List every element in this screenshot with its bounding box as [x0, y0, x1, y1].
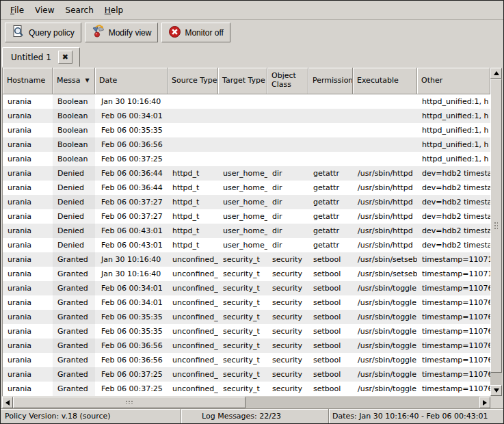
scroll-up-button[interactable] — [490, 68, 502, 79]
table-row[interactable]: urania Boolean Feb 06 00:36:56 httpd_uni… — [3, 137, 490, 152]
table-row[interactable]: urania Granted Feb 06 00:34:01 unconfine… — [3, 295, 490, 310]
column-header-hostname[interactable]: Hostname — [3, 68, 53, 94]
cell-source-type: unconfined_ — [168, 252, 218, 267]
menu-file[interactable]: File — [5, 3, 29, 17]
table-body: urania Boolean Jan 30 10:16:40 httpd_uni… — [3, 94, 490, 396]
cell-hostname: urania — [3, 295, 53, 310]
cell-executable — [353, 137, 417, 152]
table-row[interactable]: urania Granted Feb 06 00:35:35 unconfine… — [3, 324, 490, 339]
cell-date: Feb 06 00:35:35 — [95, 123, 168, 137]
table-row[interactable]: urania Granted Feb 06 00:35:35 unconfine… — [3, 310, 490, 324]
table-row[interactable]: urania Denied Feb 06 00:43:01 httpd_t us… — [3, 224, 490, 238]
cell-other: dev=hdb2 timesta — [417, 238, 490, 252]
table-row[interactable]: urania Granted Feb 06 00:34:01 unconfine… — [3, 281, 490, 295]
query-policy-icon — [12, 25, 25, 40]
column-header-message[interactable]: Messa▼ — [53, 68, 95, 94]
table-row[interactable]: urania Denied Feb 06 00:36:44 httpd_t us… — [3, 166, 490, 181]
cell-executable: /usr/sbin/toggle — [353, 382, 417, 396]
cell-message: Boolean — [53, 137, 95, 152]
tab-close-button[interactable]: ✖ — [58, 51, 72, 64]
cell-target-type: user_home_ — [218, 181, 267, 195]
cell-date: Feb 06 00:36:44 — [95, 166, 168, 181]
cell-message: Granted — [53, 382, 95, 396]
table-row[interactable]: urania Granted Jan 30 10:16:40 unconfine… — [3, 267, 490, 281]
tab-untitled-1[interactable]: Untitled 1 ✖ — [2, 47, 80, 67]
cell-source-type: httpd_t — [168, 209, 218, 224]
table-row[interactable]: urania Boolean Jan 30 10:16:40 httpd_uni… — [3, 94, 490, 109]
cell-permission — [308, 137, 353, 152]
menu-search[interactable]: Search — [60, 3, 99, 17]
cell-executable: /usr/sbin/toggle — [353, 281, 417, 295]
cell-executable: /usr/sbin/toggle — [353, 295, 417, 310]
table-row[interactable]: urania Denied Feb 06 00:37:27 httpd_t us… — [3, 209, 490, 224]
cell-target-type: security_t — [218, 281, 267, 295]
cell-source-type: httpd_t — [168, 195, 218, 209]
monitor-off-button[interactable]: Monitor off — [161, 23, 230, 42]
cell-other: timestamp=11071 — [417, 252, 490, 267]
cell-permission: getattr — [308, 181, 353, 195]
horizontal-scrollbar-thumb[interactable] — [13, 397, 246, 408]
column-header-other[interactable]: Other — [417, 68, 490, 94]
table-row[interactable]: urania Granted Jan 30 10:16:40 unconfine… — [3, 252, 490, 267]
cell-source-type: httpd_t — [168, 224, 218, 238]
table-row[interactable]: urania Boolean Feb 06 00:35:35 httpd_uni… — [3, 123, 490, 137]
cell-message: Granted — [53, 353, 95, 367]
arrow-right-icon — [483, 400, 487, 406]
cell-permission: getattr — [308, 195, 353, 209]
modify-view-button[interactable]: Modify view — [85, 23, 159, 42]
cell-date: Feb 06 00:34:01 — [95, 281, 168, 295]
cell-permission: getattr — [308, 166, 353, 181]
cell-date: Jan 30 10:16:40 — [95, 267, 168, 281]
cell-object-class: dir — [267, 166, 308, 181]
column-header-object-class[interactable]: Object Class — [267, 68, 308, 94]
toolbar: Query policy Modify view — [1, 20, 503, 45]
column-header-date[interactable]: Date — [95, 68, 168, 94]
cell-permission: setbool — [308, 252, 353, 267]
cell-executable: /usr/sbin/httpd — [353, 166, 417, 181]
vertical-scrollbar-thumb[interactable] — [490, 79, 502, 373]
column-header-executable[interactable]: Executable — [353, 68, 417, 94]
table-row[interactable]: urania Denied Feb 06 00:43:01 httpd_t us… — [3, 238, 490, 252]
menu-help[interactable]: Help — [99, 3, 129, 17]
cell-object-class — [267, 94, 308, 109]
tab-label: Untitled 1 — [11, 53, 51, 62]
cell-executable — [353, 152, 417, 166]
cell-other: httpd_unified:1, h — [417, 123, 490, 137]
column-header-source-type[interactable]: Source Type — [168, 68, 218, 94]
cell-executable: /usr/sbin/setseb — [353, 252, 417, 267]
table-row[interactable]: urania Boolean Feb 06 00:34:01 httpd_uni… — [3, 109, 490, 123]
query-policy-label: Query policy — [29, 28, 75, 38]
scroll-left-button[interactable] — [2, 397, 13, 408]
column-header-target-type[interactable]: Target Type — [218, 68, 267, 94]
log-table: Hostname Messa▼ Date Source Type Target … — [2, 68, 490, 396]
table-row[interactable]: urania Granted Feb 06 00:36:56 unconfine… — [3, 339, 490, 353]
cell-permission: setbool — [308, 324, 353, 339]
table-row[interactable]: urania Boolean Feb 06 00:37:25 httpd_uni… — [3, 152, 490, 166]
cell-date: Feb 06 00:37:25 — [95, 382, 168, 396]
cell-permission — [308, 123, 353, 137]
table-row[interactable]: urania Denied Feb 06 00:37:27 httpd_t us… — [3, 195, 490, 209]
table-row[interactable]: urania Denied Feb 06 00:36:44 httpd_t us… — [3, 181, 490, 195]
column-header-permission[interactable]: Permission — [308, 68, 353, 94]
query-policy-button[interactable]: Query policy — [5, 23, 81, 42]
table-row[interactable]: urania Granted Feb 06 00:37:25 unconfine… — [3, 382, 490, 396]
cell-permission: setbool — [308, 339, 353, 353]
vertical-scrollbar-trough[interactable] — [490, 373, 502, 385]
horizontal-scrollbar[interactable] — [2, 397, 490, 408]
horizontal-scrollbar-trough[interactable] — [246, 397, 479, 408]
cell-executable: /usr/sbin/toggle — [353, 324, 417, 339]
cell-other: dev=hdb2 timesta — [417, 166, 490, 181]
cell-date: Jan 30 10:16:40 — [95, 94, 168, 109]
table-row[interactable]: urania Granted Feb 06 00:37:25 unconfine… — [3, 367, 490, 382]
cell-hostname: urania — [3, 324, 53, 339]
cell-message: Granted — [53, 310, 95, 324]
column-header-label: Date — [99, 77, 117, 85]
scroll-right-button[interactable] — [479, 397, 490, 408]
cell-executable — [353, 109, 417, 123]
cell-hostname: urania — [3, 310, 53, 324]
table-row[interactable]: urania Granted Feb 06 00:36:56 unconfine… — [3, 353, 490, 367]
vertical-scrollbar[interactable] — [490, 68, 502, 396]
cell-permission: setbool — [308, 267, 353, 281]
menu-view[interactable]: View — [29, 3, 59, 17]
scroll-down-button[interactable] — [490, 385, 502, 396]
